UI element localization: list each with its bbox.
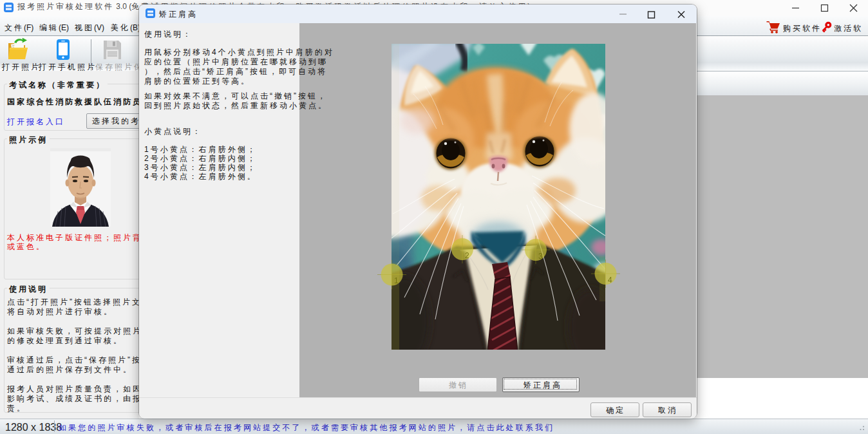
svg-text:2: 2 bbox=[465, 251, 469, 260]
svg-text:1: 1 bbox=[394, 276, 399, 285]
svg-text:4: 4 bbox=[608, 276, 612, 285]
svg-text:3: 3 bbox=[538, 252, 543, 261]
